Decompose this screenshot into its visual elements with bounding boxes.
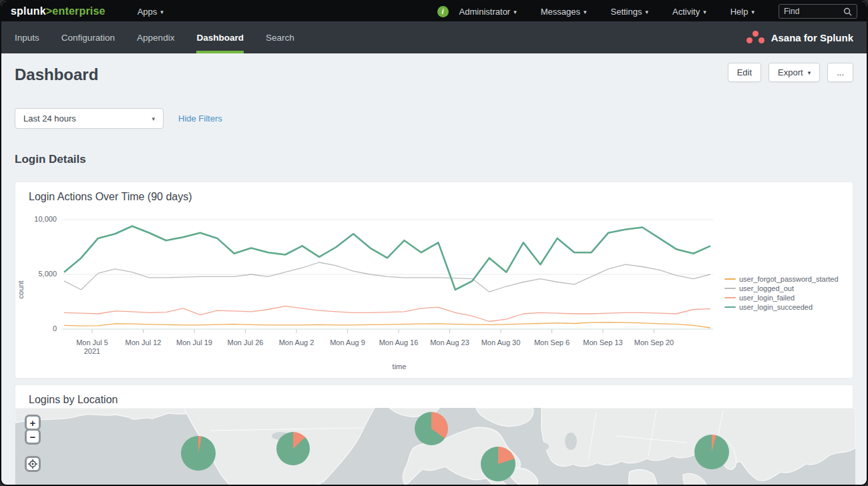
tab-configuration[interactable]: Configuration (61, 21, 115, 53)
menu-administrator[interactable]: Administrator▾ (459, 7, 517, 17)
crosshair-icon (28, 459, 37, 469)
legend-swatch (724, 278, 736, 280)
map-controls: + − (25, 415, 41, 472)
splunk-logo-gt: > (46, 5, 53, 17)
app-name-label: Asana for Splunk (771, 32, 853, 43)
apps-menu-label: Apps (138, 7, 158, 17)
login-pie-us-west[interactable] (181, 436, 216, 471)
series-line-user_logged_out[interactable] (64, 262, 710, 292)
chevron-down-icon: ▾ (808, 70, 811, 76)
y-axis-label: count (17, 281, 25, 299)
x-axis-label: time (369, 362, 429, 371)
menu-label: Activity (672, 7, 700, 17)
more-actions-icon: ... (837, 67, 844, 77)
section-title: Login Details (15, 153, 853, 166)
chevron-down-icon: ▾ (160, 9, 164, 15)
series-line-user_forgot_password_started[interactable] (64, 322, 710, 328)
page-header: Dashboard Edit Export▾ ... (1, 53, 867, 84)
login-pie-us-east[interactable] (276, 432, 310, 465)
login-pie-japan[interactable] (694, 435, 729, 469)
legend-label: user_forgot_password_started (739, 275, 839, 283)
export-button[interactable]: Export▾ (769, 63, 820, 82)
map-zoom-in-button[interactable]: + (25, 415, 41, 431)
menu-activity[interactable]: Activity▾ (672, 7, 706, 17)
header-buttons: Edit Export▾ ... (728, 63, 853, 82)
topnav-menus: Administrator▾Messages▾Settings▾Activity… (459, 7, 779, 17)
menu-settings[interactable]: Settings▾ (611, 7, 649, 17)
app-tabs: InputsConfigurationAppendixDashboardSear… (15, 21, 316, 53)
map-panel-title: Logins by Location (29, 394, 118, 406)
tab-appendix[interactable]: Appendix (137, 21, 174, 53)
chart-legend: user_forgot_password_starteduser_logged_… (724, 275, 839, 312)
notifications-info-icon[interactable]: i (437, 6, 449, 17)
splunk-logo-product: enterprise (52, 5, 105, 17)
login-pie-western-europe[interactable] (415, 412, 448, 445)
find-search-input[interactable] (784, 7, 843, 16)
legend-item-user_login_succeeded[interactable]: user_login_succeeded (724, 303, 839, 311)
line-chart-plot[interactable] (62, 213, 713, 334)
more-actions-button[interactable]: ... (827, 63, 853, 82)
chart-panel-title: Login Actions Over Time (90 days) (29, 191, 192, 203)
y-tick-label: 10,000 (26, 215, 57, 223)
app-nav-bar: InputsConfigurationAppendixDashboardSear… (1, 21, 867, 53)
legend-item-user_logged_out[interactable]: user_logged_out (724, 284, 839, 292)
asana-logo-icon (746, 31, 765, 44)
chevron-down-icon: ▾ (751, 9, 754, 15)
series-line-user_login_succeeded[interactable] (64, 226, 710, 290)
x-tick-label: Mon Sep 20 (624, 338, 685, 347)
map-zoom-out-button[interactable]: − (25, 429, 41, 445)
export-button-label: Export (778, 67, 803, 77)
time-range-picker[interactable]: Last 24 hours ▾ (15, 108, 164, 129)
tab-inputs[interactable]: Inputs (15, 21, 39, 53)
y-tick-label: 0 (26, 324, 57, 332)
find-search-box[interactable] (779, 4, 857, 19)
hide-filters-link[interactable]: Hide Filters (178, 113, 222, 124)
page-title: Dashboard (15, 63, 98, 84)
top-nav-bar: splunk>enterprise Apps ▾ i Administrator… (1, 1, 867, 21)
y-tick-label: 5,000 (26, 270, 57, 278)
menu-messages[interactable]: Messages▾ (541, 7, 587, 17)
logins-map-panel: Logins by Location (15, 385, 853, 486)
legend-swatch (724, 288, 736, 289)
menu-label: Settings (611, 7, 642, 17)
legend-label: user_logged_out (739, 284, 794, 292)
appbar-spacer (316, 21, 746, 53)
chevron-down-icon: ▾ (152, 116, 155, 122)
legend-item-user_forgot_password_started[interactable]: user_forgot_password_started (724, 275, 839, 283)
splunk-dashboard-screen: splunk>enterprise Apps ▾ i Administrator… (0, 0, 868, 486)
time-range-value: Last 24 hours (23, 113, 76, 124)
series-line-user_login_failed[interactable] (64, 306, 710, 322)
legend-swatch (724, 306, 736, 308)
tab-dashboard[interactable]: Dashboard (196, 21, 244, 53)
menu-label: Messages (541, 7, 580, 17)
edit-button-label: Edit (737, 67, 752, 77)
edit-button[interactable]: Edit (728, 63, 761, 82)
filter-row: Last 24 hours ▾ Hide Filters (15, 108, 853, 129)
menu-label: Help (730, 7, 748, 17)
menu-help[interactable]: Help▾ (730, 7, 754, 17)
tab-search[interactable]: Search (266, 21, 294, 53)
splunk-logo-word: splunk (11, 5, 46, 17)
legend-label: user_login_succeeded (739, 303, 813, 311)
chevron-down-icon: ▾ (645, 9, 648, 15)
splunk-logo[interactable]: splunk>enterprise (11, 5, 105, 17)
map-locate-button[interactable] (25, 456, 41, 472)
login-pie-southern-europe[interactable] (481, 447, 515, 481)
login-actions-chart-panel: Login Actions Over Time (90 days) count … (15, 182, 853, 379)
search-icon (843, 7, 852, 16)
apps-menu[interactable]: Apps ▾ (138, 7, 164, 17)
app-identity: Asana for Splunk (746, 21, 853, 53)
menu-label: Administrator (459, 7, 511, 17)
legend-label: user_login_failed (739, 294, 795, 302)
world-map[interactable] (15, 408, 855, 486)
chevron-down-icon: ▾ (703, 9, 706, 15)
chevron-down-icon: ▾ (584, 9, 587, 15)
legend-swatch (724, 297, 736, 298)
legend-item-user_login_failed[interactable]: user_login_failed (724, 294, 839, 302)
chevron-down-icon: ▾ (513, 9, 517, 15)
